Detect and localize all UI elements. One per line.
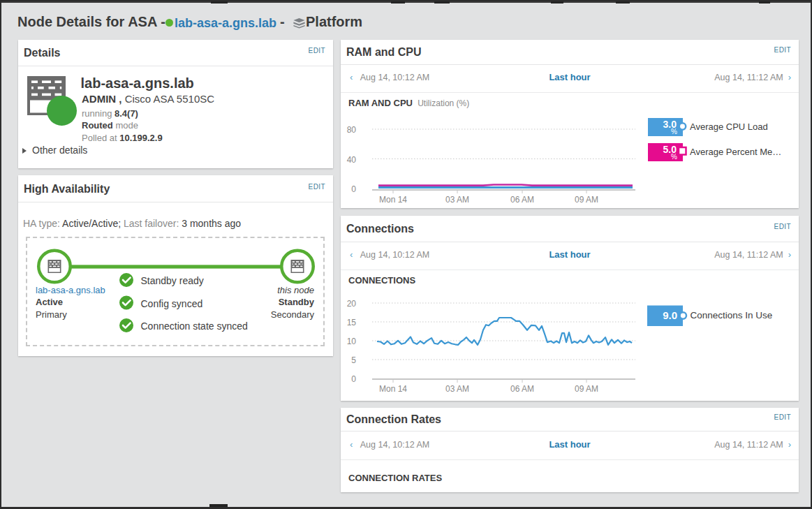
svg-text:06 AM: 06 AM [510,195,534,205]
svg-text:03 AM: 03 AM [445,195,469,205]
svg-text:15: 15 [347,318,357,327]
svg-text:5: 5 [351,355,356,365]
svg-text:09 AM: 09 AM [575,384,598,394]
svg-text:%: % [671,153,677,161]
svg-text:0: 0 [351,184,356,194]
svg-text:06 AM: 06 AM [510,384,534,394]
svg-text:9.0: 9.0 [663,309,677,321]
svg-text:80: 80 [347,125,357,135]
svg-text:03 AM: 03 AM [445,384,469,394]
svg-text:Average Percent Me…: Average Percent Me… [690,147,781,157]
svg-text:%: % [671,128,677,135]
svg-text:0: 0 [351,374,356,384]
svg-text:10: 10 [347,337,357,346]
svg-text:Mon 14: Mon 14 [379,195,407,205]
svg-text:Average CPU Load: Average CPU Load [690,121,768,132]
svg-text:20: 20 [347,299,357,309]
svg-text:09 AM: 09 AM [575,195,598,205]
svg-text:40: 40 [347,155,357,165]
svg-text:Mon 14: Mon 14 [379,384,407,394]
svg-text:Connections In Use: Connections In Use [691,310,773,320]
